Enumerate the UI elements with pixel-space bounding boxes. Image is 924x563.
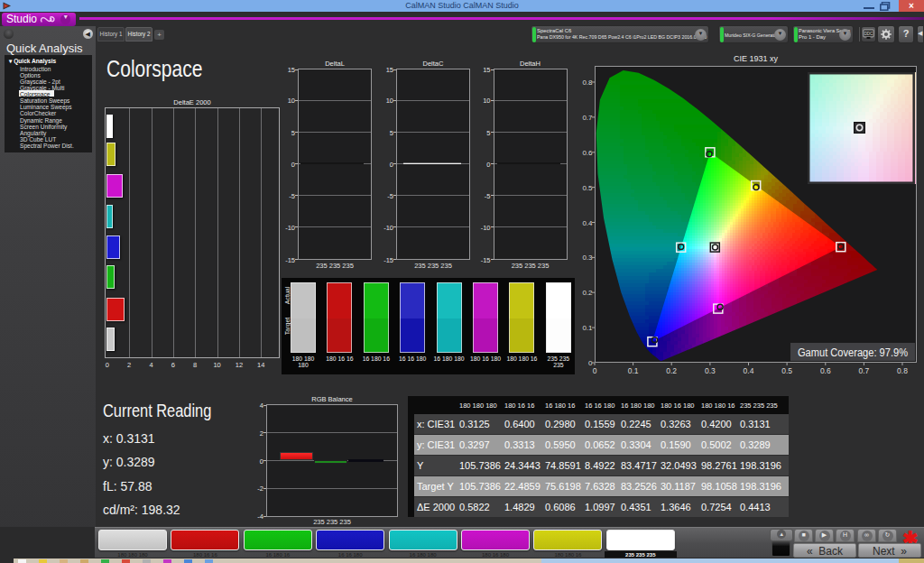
svg-text:0.5: 0.5 xyxy=(582,184,593,192)
svg-text:0: 0 xyxy=(588,359,593,367)
svg-text:0: 0 xyxy=(593,366,597,375)
svg-text:Gamut Coverage: 97.9%: Gamut Coverage: 97.9% xyxy=(798,346,908,359)
svg-text:0.6: 0.6 xyxy=(582,149,593,157)
svg-text:0.3: 0.3 xyxy=(582,254,593,262)
svg-text:0.8: 0.8 xyxy=(897,366,908,375)
svg-text:0.3: 0.3 xyxy=(705,366,716,375)
svg-text:0.8: 0.8 xyxy=(582,78,593,87)
svg-text:0.1: 0.1 xyxy=(628,366,639,375)
svg-text:0.1: 0.1 xyxy=(582,324,593,332)
svg-text:0.4: 0.4 xyxy=(582,219,593,227)
svg-text:CIE 1931 xy: CIE 1931 xy xyxy=(734,54,779,63)
svg-text:0.2: 0.2 xyxy=(582,289,593,297)
svg-text:0.7: 0.7 xyxy=(582,114,593,122)
svg-text:0.5: 0.5 xyxy=(781,366,792,375)
svg-text:0.4: 0.4 xyxy=(744,366,754,375)
svg-text:0.7: 0.7 xyxy=(858,366,869,375)
svg-text:0.6: 0.6 xyxy=(820,366,831,375)
svg-text:0.2: 0.2 xyxy=(666,366,677,375)
